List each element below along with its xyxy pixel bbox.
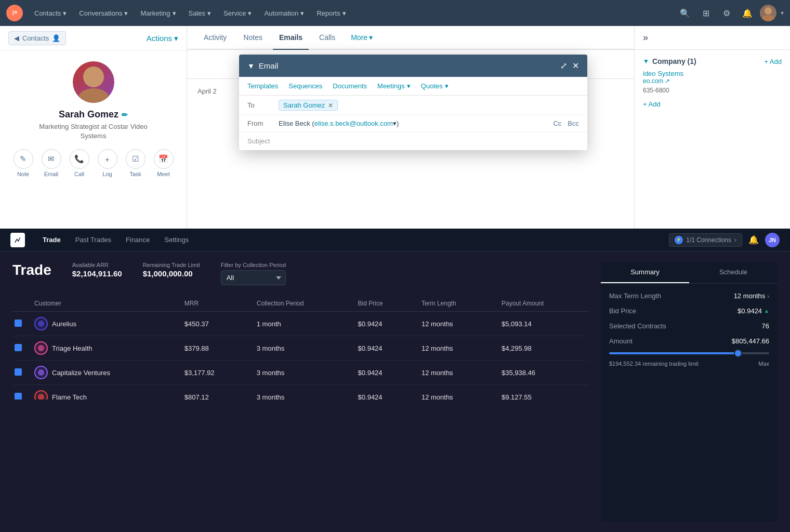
nav-service[interactable]: Service ▾ xyxy=(218,6,257,20)
bcc-button[interactable]: Bcc xyxy=(568,119,579,127)
amount-row: Amount $805,447.66 xyxy=(609,337,769,345)
actions-arrow-icon: ▾ xyxy=(174,34,178,43)
hubspot-logo[interactable] xyxy=(6,5,23,21)
row-checkbox-cell[interactable] xyxy=(12,312,28,336)
tab-activity[interactable]: Activity xyxy=(198,26,233,50)
settings-icon[interactable]: ⚙ xyxy=(718,5,735,21)
bottom-section: Trade Past Trades Finance Settings ⚡ 1/1… xyxy=(0,229,790,532)
remaining-limit-stat: Remaining Trade Limit $1,000,000.00 xyxy=(143,262,200,278)
remove-recipient-button[interactable]: ✕ xyxy=(328,102,333,109)
collapse-modal-icon[interactable]: ▼ xyxy=(247,62,255,70)
crm-tabs: Activity Notes Emails Calls More ▾ xyxy=(187,26,634,50)
note-button[interactable]: ✎ Note xyxy=(14,149,33,177)
trade-nav-trade[interactable]: Trade xyxy=(42,234,62,246)
row-customer: Capitalize Ventures xyxy=(28,361,178,385)
task-button[interactable]: ☑ Task xyxy=(126,149,146,177)
edit-name-icon[interactable]: ✏ xyxy=(122,111,128,119)
notifications-icon[interactable]: 🔔 xyxy=(739,5,756,21)
sequences-button[interactable]: Sequences xyxy=(288,82,322,90)
tab-calls[interactable]: Calls xyxy=(313,26,341,50)
svg-point-2 xyxy=(762,15,774,21)
task-icon: ☑ xyxy=(126,149,146,169)
from-dropdown-icon[interactable]: ▾ xyxy=(393,119,397,127)
modal-toolbar: Templates Sequences Documents Meetings ▾… xyxy=(239,77,587,96)
row-period: 3 months xyxy=(251,336,352,361)
company-title-row: ▼ Company (1) xyxy=(643,57,696,65)
subject-label: Subject xyxy=(247,137,270,145)
nav-conversations[interactable]: Conversations ▾ xyxy=(74,6,133,20)
nav-reports[interactable]: Reports ▾ xyxy=(311,6,351,20)
trade-slider[interactable] xyxy=(609,352,769,354)
tab-emails[interactable]: Emails xyxy=(273,26,309,50)
nav-marketing[interactable]: Marketing ▾ xyxy=(135,6,181,20)
meetings-button[interactable]: Meetings ▾ xyxy=(377,82,411,90)
external-link-icon: ↗ xyxy=(665,77,670,85)
collection-period-select[interactable]: All 1 month 3 months xyxy=(221,270,286,285)
email-button[interactable]: ✉ Email xyxy=(42,149,61,177)
cc-button[interactable]: Cc xyxy=(553,119,561,127)
nav-contacts[interactable]: Contacts ▾ xyxy=(29,6,72,20)
trade-notification-icon[interactable]: 🔔 xyxy=(748,235,759,245)
documents-button[interactable]: Documents xyxy=(333,82,367,90)
svg-point-7 xyxy=(38,345,44,351)
close-modal-button[interactable]: ✕ xyxy=(572,61,579,71)
row-payout: $5,093.14 xyxy=(495,312,588,336)
subject-field[interactable]: Subject xyxy=(239,132,587,150)
user-menu-arrow[interactable]: ▾ xyxy=(781,9,784,17)
actions-label: Actions xyxy=(147,34,172,43)
quotes-button[interactable]: Quotes ▾ xyxy=(421,82,449,90)
expand-icon[interactable]: » xyxy=(643,32,648,43)
table-row: Triage Health $379.88 3 months $0.9424 1… xyxy=(12,336,588,361)
trade-title: Trade xyxy=(12,262,51,278)
tab-notes[interactable]: Notes xyxy=(237,26,269,50)
slider-labels: $194,552.34 remaining trading limit Max xyxy=(609,361,769,367)
row-checkbox-cell[interactable] xyxy=(12,385,28,400)
meet-button[interactable]: 📅 Meet xyxy=(154,149,174,177)
row-checkbox-cell[interactable] xyxy=(12,336,28,361)
remaining-label: $194,552.34 remaining trading limit xyxy=(609,361,699,367)
max-term-arrow-icon[interactable]: › xyxy=(767,293,769,299)
expand-modal-button[interactable]: ⤢ xyxy=(560,61,567,71)
contact-title: Marketing Strategist at Costar VideoSyst… xyxy=(39,122,148,141)
templates-button[interactable]: Templates xyxy=(247,82,278,90)
trade-nav-past-trades[interactable]: Past Trades xyxy=(74,234,112,246)
trade-panel-tabs: Summary Schedule xyxy=(601,262,778,284)
company-url[interactable]: eo.com ↗ xyxy=(643,77,782,85)
amount-value: $805,447.66 xyxy=(732,337,769,345)
trade-nav-settings[interactable]: Settings xyxy=(163,234,190,246)
row-checkbox-cell[interactable] xyxy=(12,361,28,385)
filter-section: Filter by Collection Period All 1 month … xyxy=(221,262,286,285)
apps-icon[interactable]: ⊞ xyxy=(697,5,714,21)
add-company-link[interactable]: + Add xyxy=(764,58,782,65)
summary-tab[interactable]: Summary xyxy=(601,262,689,283)
connections-badge[interactable]: ⚡ 1/1 Connections › xyxy=(669,233,742,247)
search-icon[interactable]: 🔍 xyxy=(677,5,693,21)
back-to-contacts-button[interactable]: ◀ Contacts 👤 xyxy=(8,31,66,45)
row-mrr: $3,177.92 xyxy=(178,361,251,385)
row-term: 12 months xyxy=(415,385,495,400)
from-email[interactable]: elise.s.beck@outlook.com xyxy=(314,119,393,127)
nav-automation[interactable]: Automation ▾ xyxy=(259,6,309,20)
actions-button[interactable]: Actions ▾ xyxy=(147,34,178,43)
schedule-tab[interactable]: Schedule xyxy=(689,262,778,283)
trade-user-badge[interactable]: JN xyxy=(765,233,780,247)
company-label: Company (1) xyxy=(652,57,696,65)
call-button[interactable]: 📞 Call xyxy=(70,149,89,177)
nav-sales[interactable]: Sales ▾ xyxy=(183,6,217,20)
company-chevron-icon[interactable]: ▼ xyxy=(643,58,649,65)
from-value: Elise Beck (elise.s.beck@outlook.com▾) xyxy=(279,119,399,127)
slider-thumb[interactable] xyxy=(734,349,742,357)
user-avatar[interactable] xyxy=(760,5,776,21)
contracts-label: Selected Contracts xyxy=(609,322,666,330)
add-more-link[interactable]: + Add xyxy=(643,100,782,108)
email-compose-modal: ▼ Email ⤢ ✕ Templates Sequences Document… xyxy=(239,55,587,150)
row-customer: Aurelius xyxy=(28,312,178,336)
trade-content: Trade Available ARR $2,104,911.60 Remain… xyxy=(0,251,790,532)
tab-more[interactable]: More ▾ xyxy=(346,26,378,49)
log-button[interactable]: + Log xyxy=(98,149,117,177)
trade-nav-finance[interactable]: Finance xyxy=(125,234,151,246)
company-header: ▼ Company (1) + Add xyxy=(643,57,782,65)
table-col-bid: Bid Price xyxy=(352,296,415,312)
company-name[interactable]: ideo Systems xyxy=(643,70,782,77)
row-bid: $0.9424 xyxy=(352,361,415,385)
